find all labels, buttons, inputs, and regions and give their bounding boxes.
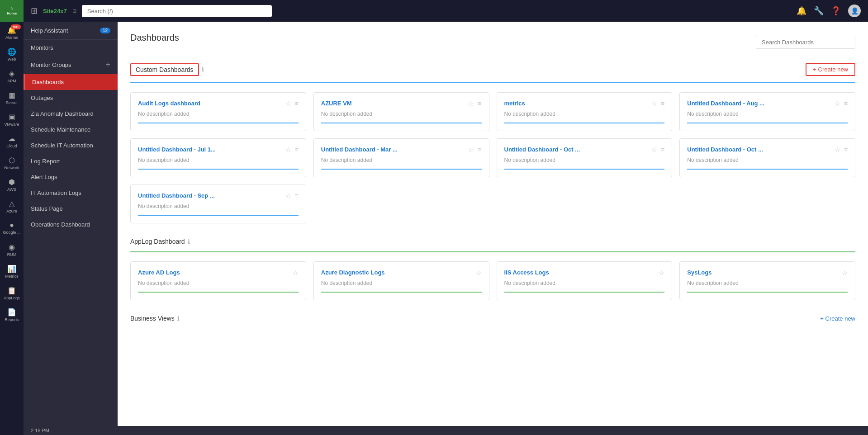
- sidebar-item-zia-anomaly[interactable]: Zia Anomaly Dashboard: [24, 106, 118, 122]
- top-icons: 🔔 🔧 ❓ 👤: [797, 5, 861, 17]
- card-untitled-oct2-desc: No description added: [687, 157, 848, 163]
- logo-text: ⌂Home: [7, 6, 17, 16]
- nav-rum[interactable]: ◉ RUM: [0, 239, 24, 260]
- star-icon[interactable]: ☆: [659, 269, 664, 276]
- menu-icon[interactable]: ≡: [844, 100, 848, 107]
- sidebar-item-alert-logs[interactable]: Alert Logs: [24, 169, 118, 185]
- nav-google[interactable]: ● Google ...: [0, 217, 24, 239]
- sidebar-item-it-automation[interactable]: IT Automation Logs: [24, 185, 118, 201]
- star-icon[interactable]: ☆: [293, 269, 299, 276]
- help-badge: 12: [100, 28, 110, 33]
- star-icon[interactable]: ☆: [285, 146, 291, 153]
- card-audit-logs-line: [138, 123, 299, 123]
- business-views-title: Business Views: [130, 315, 175, 322]
- star-icon[interactable]: ☆: [285, 192, 291, 199]
- nav-azure[interactable]: △ Azure: [0, 195, 24, 217]
- card-untitled-sep[interactable]: Untitled Dashboard - Sep ... ☆ ≡ No desc…: [130, 184, 306, 223]
- card-azure-diag-title: Azure Diagnostic Logs: [321, 269, 476, 276]
- nav-applogs[interactable]: 📋 AppLogs: [0, 282, 24, 304]
- nav-vmware[interactable]: ▣ VMware: [0, 109, 24, 130]
- menu-icon[interactable]: ≡: [844, 146, 848, 153]
- star-icon[interactable]: ☆: [835, 146, 840, 153]
- page-title: Dashboards: [130, 33, 179, 43]
- card-audit-logs[interactable]: Audit Logs dashboard ☆ ≡ No description …: [130, 92, 306, 131]
- sidebar-item-outages[interactable]: Outages: [24, 90, 118, 106]
- business-info-icon[interactable]: ℹ: [177, 315, 180, 322]
- menu-icon[interactable]: ≡: [295, 146, 299, 153]
- card-untitled-mar-line: [321, 169, 482, 170]
- card-untitled-oct2-title: Untitled Dashboard - Oct ...: [687, 146, 835, 153]
- help-icon[interactable]: ❓: [831, 6, 841, 16]
- business-create-new-link[interactable]: + Create new: [820, 315, 855, 322]
- menu-icon[interactable]: ≡: [295, 100, 299, 107]
- star-icon[interactable]: ☆: [835, 100, 840, 107]
- menu-icon[interactable]: ≡: [295, 192, 299, 199]
- nav-metrics[interactable]: 📊 Metrics: [0, 260, 24, 282]
- logo-home[interactable]: ⌂Home: [0, 0, 24, 22]
- business-title-row: Business Views ℹ: [130, 315, 180, 322]
- main-sidebar: Help Assistant 12 Monitors Monitor Group…: [24, 22, 118, 426]
- card-azure-vm-line: [321, 123, 482, 123]
- sidebar-item-schedule-maintenance[interactable]: Schedule Maintenance: [24, 122, 118, 137]
- card-untitled-aug-line: [687, 123, 848, 123]
- custom-dashboards-info-icon[interactable]: ℹ: [202, 66, 204, 73]
- card-syslogs[interactable]: SysLogs ☆ No description added: [679, 261, 855, 300]
- menu-icon[interactable]: ≡: [661, 146, 664, 153]
- nav-reports[interactable]: 📄 Reports: [0, 304, 24, 326]
- card-untitled-oct2[interactable]: Untitled Dashboard - Oct ... ☆ ≡ No desc…: [679, 138, 855, 177]
- card-azure-vm-title: AZURE VM: [321, 100, 469, 107]
- sidebar-item-dashboards[interactable]: Dashboards: [24, 74, 118, 90]
- card-untitled-sep-line: [138, 215, 299, 216]
- sidebar-item-status-page[interactable]: Status Page: [24, 201, 118, 217]
- menu-icon[interactable]: ≡: [478, 146, 481, 153]
- help-assistant-label[interactable]: Help Assistant: [31, 27, 68, 34]
- grid-icon[interactable]: ⊞: [31, 6, 38, 16]
- notifications-icon[interactable]: 🔔: [797, 6, 806, 16]
- nav-aws[interactable]: ⬢ AWS: [0, 174, 24, 195]
- card-untitled-sep-title: Untitled Dashboard - Sep ...: [138, 192, 285, 199]
- nav-cloud[interactable]: ☁ Cloud: [0, 130, 24, 152]
- sidebar-item-schedule-it[interactable]: Schedule IT Automation: [24, 137, 118, 153]
- star-icon[interactable]: ☆: [651, 146, 657, 153]
- star-icon[interactable]: ☆: [651, 100, 657, 107]
- card-azure-diag[interactable]: Azure Diagnostic Logs ☆ No description a…: [313, 261, 489, 300]
- card-untitled-oct1[interactable]: Untitled Dashboard - Oct ... ☆ ≡ No desc…: [497, 138, 673, 177]
- content-top: Dashboards: [130, 33, 855, 52]
- card-metrics[interactable]: metrics ☆ ≡ No description added: [497, 92, 673, 131]
- star-icon[interactable]: ☆: [468, 146, 474, 153]
- star-icon[interactable]: ☆: [842, 269, 848, 276]
- card-azure-ad[interactable]: Azure AD Logs ☆ No description added: [130, 261, 306, 300]
- dashboard-search-input[interactable]: [756, 36, 855, 49]
- card-syslogs-title: SysLogs: [687, 269, 842, 276]
- card-azure-ad-line: [138, 292, 299, 293]
- card-azure-ad-title: Azure AD Logs: [138, 269, 293, 276]
- card-untitled-mar[interactable]: Untitled Dashboard - Mar ... ☆ ≡ No desc…: [313, 138, 489, 177]
- global-search-input[interactable]: [82, 5, 272, 17]
- star-icon[interactable]: ☆: [468, 100, 474, 107]
- nav-apm[interactable]: ◈ APM: [0, 65, 24, 87]
- nav-network[interactable]: ⬡ Network: [0, 152, 24, 174]
- create-new-button[interactable]: + Create new: [806, 63, 855, 76]
- sidebar-item-monitor-groups[interactable]: Monitor Groups +: [24, 56, 118, 74]
- card-untitled-jul[interactable]: Untitled Dashboard - Jul 1... ☆ ≡ No des…: [130, 138, 306, 177]
- sidebar-item-monitors[interactable]: Monitors: [24, 40, 118, 56]
- card-iis-access-desc: No description added: [504, 280, 665, 286]
- sidebar-item-log-report[interactable]: Log Report: [24, 153, 118, 169]
- menu-icon[interactable]: ≡: [661, 100, 664, 107]
- user-avatar[interactable]: 👤: [848, 5, 861, 17]
- menu-icon[interactable]: ≡: [478, 100, 481, 107]
- add-monitor-group-icon[interactable]: +: [105, 60, 110, 70]
- applog-info-icon[interactable]: ℹ: [188, 238, 190, 245]
- nav-alarms[interactable]: 🔔 99+ Alarms: [0, 22, 24, 43]
- card-untitled-aug[interactable]: Untitled Dashboard - Aug ... ☆ ≡ No desc…: [679, 92, 855, 131]
- star-icon[interactable]: ☆: [476, 269, 482, 276]
- nav-web[interactable]: 🌐 Web: [0, 43, 24, 65]
- time-display: 2:16 PM: [31, 428, 49, 433]
- star-icon[interactable]: ☆: [285, 100, 291, 107]
- expand-icon: ⊡: [72, 8, 76, 14]
- sidebar-item-operations[interactable]: Operations Dashboard: [24, 217, 118, 232]
- card-azure-vm[interactable]: AZURE VM ☆ ≡ No description added: [313, 92, 489, 131]
- nav-server[interactable]: ▦ Server: [0, 87, 24, 109]
- card-iis-access[interactable]: IIS Access Logs ☆ No description added: [497, 261, 673, 300]
- settings-icon[interactable]: 🔧: [814, 6, 824, 16]
